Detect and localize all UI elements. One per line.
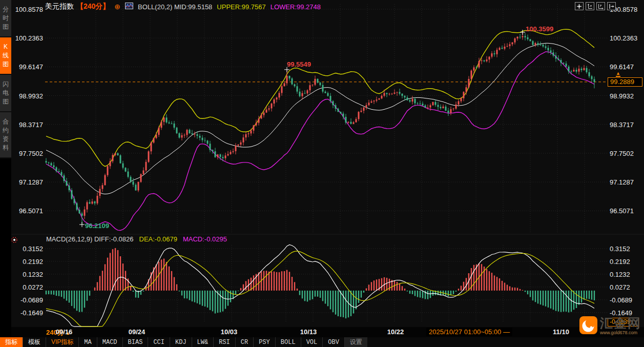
macd-diff-value: MACD(26,12,9) DIFF:-0.0826	[46, 235, 134, 243]
pan-crosshair-icon[interactable]	[575, 2, 584, 10]
price-tick-label-right: 98.3717	[610, 121, 643, 129]
price-tick-label-right: 96.5071	[610, 207, 643, 215]
macd-tick-label-left: 0.2192	[10, 258, 43, 266]
toolbar-item-CR[interactable]: CR	[236, 337, 254, 347]
candlestick-macd-chart-canvas[interactable]	[0, 0, 644, 347]
toolbar-item-LW&[interactable]: LW&	[192, 337, 214, 347]
chart-application-window: 分时图 K线图 闪电图 合约资料 美元指数 【240分】 ⊕ BOLL(20,2…	[0, 0, 644, 347]
swing-high-label-1: 99.5549	[287, 60, 311, 68]
sidebar-tab-label: 合约资料	[2, 117, 9, 152]
toolbar-item-指标[interactable]: 指标	[0, 337, 23, 347]
price-tick-label-left: 98.9932	[10, 92, 43, 100]
price-tick-label-left: 99.6147	[10, 63, 43, 71]
mini-chart-icon[interactable]	[125, 3, 133, 11]
sidebar-tab-time-chart[interactable]: 分时图	[0, 0, 11, 37]
macd-tick-label-left: -0.0689	[10, 296, 43, 304]
macd-tick-label-right: 0.3152	[610, 245, 643, 253]
swing-high-label-2: 100.3599	[526, 25, 553, 33]
time-tick-label: 10/13	[300, 328, 317, 336]
site-logo[interactable]: 汇金网 www.gold678.com	[579, 316, 641, 335]
toolbar-item-OBV[interactable]: OBV	[323, 337, 345, 347]
macd-tick-label-left: 0.1232	[10, 271, 43, 278]
toolbar-item-PSY[interactable]: PSY	[254, 337, 276, 347]
time-tick-label: 09/24	[129, 328, 146, 336]
indicator-toolbar: 指标模板VIP指标MAMACDBIASCCIKDJLW&RSICRPSYBOLL…	[0, 337, 644, 347]
current-price-box: 99.2889	[608, 77, 642, 87]
current-price-marker-icon: ▲	[616, 71, 620, 77]
logo-url: www.gold678.com	[600, 330, 641, 335]
toolbar-item-KDJ[interactable]: KDJ	[170, 337, 192, 347]
time-tick-label: 11/10	[553, 328, 569, 336]
macd-dea-value: DEA:-0.0679	[139, 235, 177, 243]
toolbar-item-CCI[interactable]: CCI	[148, 337, 170, 347]
toolbar-item-模板[interactable]: 模板	[23, 337, 46, 347]
logo-name: 汇金网	[600, 316, 641, 330]
time-tick-label: 09/16	[56, 328, 73, 336]
price-tick-label-left: 97.7502	[10, 150, 43, 157]
sidebar-tab-label: K线图	[2, 43, 9, 69]
sidebar-tab-kline-chart[interactable]: K线图	[0, 37, 11, 75]
boll-lower-value: LOWER:99.2748	[271, 3, 321, 11]
price-tick-label-right: 97.7502	[610, 150, 643, 157]
symbol-title: 美元指数	[45, 2, 74, 11]
time-tick-label: 10/22	[387, 328, 404, 336]
sidebar-tab-label: 闪电图	[2, 80, 9, 106]
toolbar-item-VIP指标[interactable]: VIP指标	[46, 337, 79, 347]
chart-header: 美元指数 【240分】 ⊕ BOLL(20,2) MID:99.5158 UPP…	[45, 2, 321, 11]
macd-tick-label-right: 0.1232	[610, 271, 643, 278]
sidebar-tab-label: 分时图	[2, 5, 9, 31]
price-tick-label-right: 100.2363	[610, 34, 643, 42]
macd-header: MACD(26,12,9) DIFF:-0.0826 DEA:-0.0679 M…	[46, 235, 227, 243]
price-tick-label-right: 99.6147	[610, 63, 643, 71]
boll-upper-value: UPPER:99.7567	[217, 3, 265, 11]
boll-mid-value: BOLL(20,2) MID:99.5158	[138, 3, 212, 11]
sidebar-tab-flash-chart[interactable]: 闪电图	[0, 75, 11, 112]
toolbar-item-设置[interactable]: 设置	[345, 337, 367, 347]
toolbar-item-VOL[interactable]: VOL	[301, 337, 323, 347]
price-tick-label-right: 98.9932	[610, 92, 643, 100]
chart-tool-buttons	[575, 2, 616, 10]
candle-time-range-label: 2025/10/27 01:00~05:00 —	[426, 328, 512, 336]
swing-low-label: 96.2109	[85, 222, 109, 230]
zoom-axis-right-icon[interactable]	[596, 2, 605, 10]
macd-tick-label-right: 0.2192	[610, 258, 643, 266]
indicator-settings-icon[interactable]	[10, 236, 18, 246]
jump-latest-icon[interactable]	[607, 2, 616, 10]
toolbar-item-MA[interactable]: MA	[79, 337, 97, 347]
chart-type-sidebar: 分时图 K线图 闪电图 合约资料	[0, 0, 11, 337]
macd-tick-label-right: 0.0272	[610, 283, 643, 291]
toolbar-item-RSI[interactable]: RSI	[214, 337, 236, 347]
period-badge: 【240分】	[76, 2, 110, 11]
macd-tick-label-left: -0.1649	[10, 309, 43, 317]
price-tick-label-right: 97.1287	[610, 178, 643, 186]
price-tick-label-left: 100.2363	[10, 34, 43, 42]
macd-hist-value: MACD:-0.0295	[183, 235, 227, 243]
time-tick-label: 10/03	[221, 328, 238, 336]
macd-tick-label-right: -0.0689	[610, 296, 643, 304]
toolbar-item-BOLL[interactable]: BOLL	[276, 337, 301, 347]
logo-crescent-icon	[579, 316, 597, 334]
time-axis: 240分 ▲ 09/1609/2410/0310/1310/2211/10 20…	[0, 327, 644, 337]
price-tick-label-left: 98.3717	[10, 121, 43, 129]
price-tick-label-left: 97.1287	[10, 178, 43, 186]
macd-tick-label-left: 0.3152	[10, 245, 43, 253]
macd-tick-label-left: 0.0272	[10, 283, 43, 291]
zoom-axis-up-icon[interactable]	[586, 2, 594, 10]
circle-plus-icon[interactable]: ⊕	[114, 3, 120, 11]
toolbar-item-MACD[interactable]: MACD	[97, 337, 123, 347]
price-tick-label-left: 100.8578	[10, 6, 43, 13]
price-tick-label-left: 96.5071	[10, 207, 43, 215]
sidebar-tab-contract-info[interactable]: 合约资料	[0, 112, 11, 158]
toolbar-item-BIAS[interactable]: BIAS	[123, 337, 149, 347]
